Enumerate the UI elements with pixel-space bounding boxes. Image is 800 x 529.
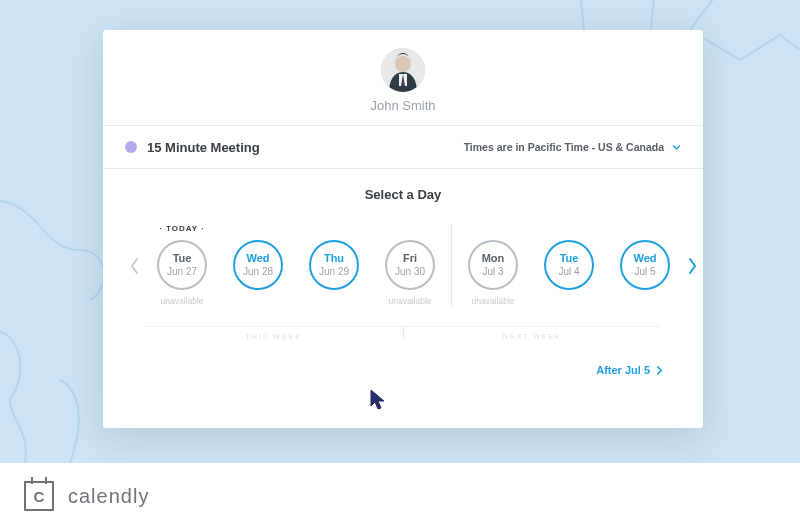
day-column: TueJul 4 [540, 224, 598, 308]
chevron-down-icon [672, 138, 681, 156]
day-column: · TODAY ·TueJun 27unavailable [153, 224, 211, 308]
day-status: unavailable [160, 296, 203, 308]
host-name: John Smith [370, 98, 435, 113]
background-stage: John Smith 15 Minute Meeting Times are i… [0, 0, 800, 463]
day-circle[interactable]: WedJun 28 [233, 240, 283, 290]
day-of-week: Tue [173, 252, 192, 265]
this-week-label: THIS WEEK [145, 327, 403, 340]
day-circle[interactable]: WedJul 5 [620, 240, 670, 290]
meeting-color-dot [125, 141, 137, 153]
day-of-week: Mon [482, 252, 505, 265]
day-circle: FriJun 30 [385, 240, 435, 290]
day-circle[interactable]: TueJul 4 [544, 240, 594, 290]
prev-days-button[interactable] [125, 257, 145, 275]
day-date: Jun 29 [319, 266, 349, 278]
timezone-select[interactable]: Times are in Pacific Time - US & Canada [464, 138, 681, 156]
day-date: Jul 4 [558, 266, 579, 278]
day-circle[interactable]: ThuJun 29 [309, 240, 359, 290]
day-column: WedJul 5 [616, 224, 674, 308]
meeting-title: 15 Minute Meeting [147, 140, 260, 155]
after-date-link[interactable]: After Jul 5 [596, 364, 663, 376]
after-row: After Jul 5 [125, 360, 681, 378]
this-week-group: · TODAY ·TueJun 27unavailableWedJun 28Th… [145, 224, 447, 308]
day-carousel: · TODAY ·TueJun 27unavailableWedJun 28Th… [125, 224, 681, 308]
chevron-right-icon [685, 257, 699, 275]
calendly-logo-icon: C [24, 481, 54, 511]
meeting-bar: 15 Minute Meeting Times are in Pacific T… [103, 125, 703, 169]
day-date: Jul 3 [482, 266, 503, 278]
day-circle: TueJun 27 [157, 240, 207, 290]
day-date: Jun 28 [243, 266, 273, 278]
card-header: John Smith [103, 30, 703, 125]
week-separator [451, 224, 452, 308]
day-column: FriJun 30unavailable [381, 224, 439, 308]
day-of-week: Wed [633, 252, 656, 265]
next-days-button[interactable] [682, 257, 702, 275]
meeting-type: 15 Minute Meeting [125, 140, 260, 155]
host-avatar [381, 48, 425, 92]
day-status: unavailable [471, 296, 514, 308]
day-date: Jun 30 [395, 266, 425, 278]
page-footer: C calendly [0, 463, 800, 529]
day-of-week: Tue [560, 252, 579, 265]
timezone-label: Times are in Pacific Time - US & Canada [464, 141, 664, 153]
day-date: Jun 27 [167, 266, 197, 278]
today-marker: · TODAY · [160, 224, 205, 236]
day-of-week: Fri [403, 252, 417, 265]
after-date-label: After Jul 5 [596, 364, 650, 376]
week-labels-row: THIS WEEK NEXT WEEK [145, 326, 661, 340]
day-column: WedJun 28 [229, 224, 287, 308]
day-column: ThuJun 29 [305, 224, 363, 308]
next-week-label: NEXT WEEK [404, 327, 662, 340]
card-body: Select a Day · TODAY ·TueJun 27unavailab… [103, 169, 703, 428]
day-of-week: Thu [324, 252, 344, 265]
section-title: Select a Day [125, 187, 681, 202]
brand-text: calendly [68, 485, 149, 508]
chevron-right-icon [656, 366, 663, 375]
next-week-group: MonJul 3unavailableTueJul 4WedJul 5 [456, 224, 682, 308]
day-of-week: Wed [246, 252, 269, 265]
day-circle: MonJul 3 [468, 240, 518, 290]
day-date: Jul 5 [634, 266, 655, 278]
svg-point-1 [395, 56, 411, 72]
scheduling-card: John Smith 15 Minute Meeting Times are i… [103, 30, 703, 428]
chevron-left-icon [128, 257, 142, 275]
day-status: unavailable [388, 296, 431, 308]
day-column: MonJul 3unavailable [464, 224, 522, 308]
